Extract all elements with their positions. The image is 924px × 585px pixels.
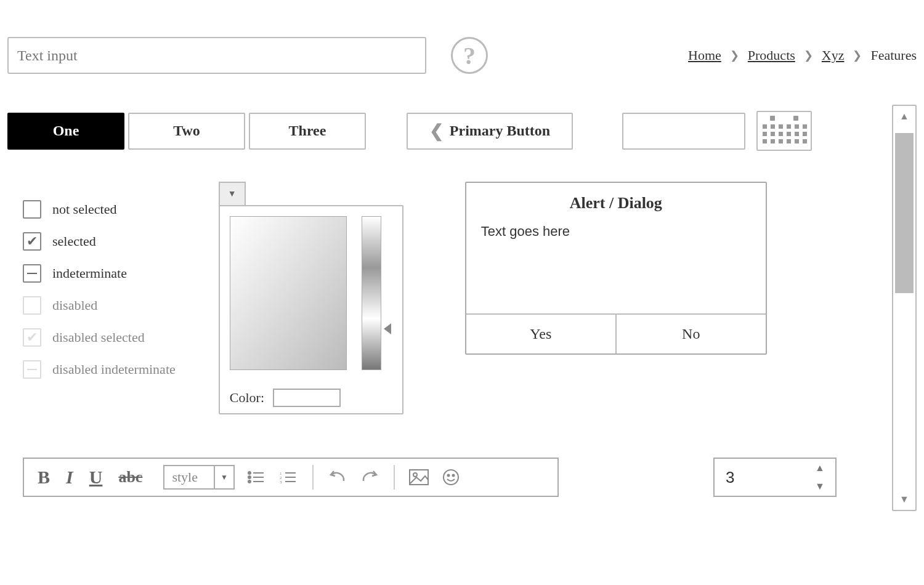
tab-three[interactable]: Three (249, 113, 366, 150)
emoji-icon[interactable] (440, 468, 461, 486)
slider-handle-icon[interactable] (384, 323, 391, 334)
italic-button[interactable]: I (63, 467, 76, 488)
toolbar-divider (394, 465, 395, 490)
numbered-list-icon[interactable]: 123 (278, 468, 299, 486)
chevron-right-icon: ❯ (730, 49, 739, 62)
checkbox-selected[interactable]: ✔ selected (23, 232, 176, 251)
vertical-scrollbar[interactable]: ▲ ▼ (892, 105, 917, 511)
calendar-icon[interactable] (756, 111, 812, 151)
color-swatch-input[interactable] (273, 389, 341, 407)
style-select-label: style (164, 469, 214, 485)
format-toolbar: B I U abc style ▼ 123 (23, 458, 559, 497)
checkbox-indeterminate-icon (23, 264, 41, 283)
date-input[interactable] (622, 113, 745, 150)
checkbox-label: disabled indeterminate (52, 361, 176, 377)
bold-button[interactable]: B (35, 467, 52, 488)
scroll-thumb[interactable] (895, 133, 914, 293)
strikethrough-button[interactable]: abc (116, 468, 145, 486)
number-stepper[interactable]: 3 ▲ ▼ (713, 458, 837, 497)
checkbox-label: selected (52, 233, 96, 249)
chevron-right-icon: ❯ (853, 49, 862, 62)
breadcrumb: Home ❯ Products ❯ Xyz ❯ Features (688, 47, 917, 63)
underline-button[interactable]: U (87, 467, 105, 488)
alert-dialog: Alert / Dialog Text goes here Yes No (465, 182, 767, 355)
svg-point-13 (413, 473, 417, 477)
svg-point-4 (248, 480, 251, 483)
yes-button[interactable]: Yes (466, 315, 617, 353)
help-icon[interactable]: ? (451, 37, 488, 74)
checkbox-disabled-selected: ✔ disabled selected (23, 328, 176, 347)
color-label: Color: (230, 390, 264, 406)
stepper-down-icon[interactable]: ▼ (804, 477, 835, 496)
stepper-value[interactable]: 3 (715, 459, 804, 496)
breadcrumb-xyz[interactable]: Xyz (822, 47, 845, 63)
text-input[interactable] (7, 37, 426, 74)
chevron-right-icon: ❯ (804, 49, 813, 62)
chevron-left-icon: ❮ (429, 121, 444, 141)
checkbox-checked-icon: ✔ (23, 328, 41, 347)
checkbox-label: disabled (52, 297, 97, 313)
tab-bar: One Two Three (7, 113, 370, 150)
checkbox-icon (23, 200, 41, 219)
primary-button-label: Primary Button (450, 123, 550, 139)
image-icon[interactable] (408, 468, 429, 486)
checkbox-icon (23, 296, 41, 315)
style-select[interactable]: style ▼ (163, 465, 235, 490)
undo-icon[interactable] (327, 468, 348, 486)
tab-one[interactable]: One (7, 113, 124, 150)
stepper-up-icon[interactable]: ▲ (804, 459, 835, 477)
chevron-down-icon: ▼ (228, 189, 237, 199)
checkbox-label: disabled selected (52, 329, 145, 345)
dialog-body: Text goes here (466, 216, 766, 313)
color-picker-hue-slider[interactable] (362, 216, 381, 370)
primary-button[interactable]: ❮ Primary Button (407, 113, 573, 150)
breadcrumb-home[interactable]: Home (688, 47, 721, 63)
breadcrumb-products[interactable]: Products (748, 47, 795, 63)
color-picker-panel: Color: (219, 205, 403, 414)
checkbox-disabled-indeterminate: disabled indeterminate (23, 360, 176, 379)
scroll-up-icon[interactable]: ▲ (893, 106, 915, 127)
color-picker: ▼ Color: (219, 182, 403, 414)
scroll-track[interactable] (893, 127, 915, 489)
checkbox-checked-icon: ✔ (23, 232, 41, 251)
checkbox-disabled: disabled (23, 296, 176, 315)
bullet-list-icon[interactable] (246, 468, 267, 486)
chevron-down-icon: ▼ (214, 466, 233, 488)
svg-point-2 (248, 476, 251, 478)
checkbox-label: indeterminate (52, 265, 127, 281)
tab-two[interactable]: Two (128, 113, 245, 150)
checkbox-not-selected[interactable]: not selected (23, 200, 176, 219)
checkbox-label: not selected (52, 201, 116, 217)
checkbox-indeterminate[interactable]: indeterminate (23, 264, 176, 283)
color-picker-toggle[interactable]: ▼ (219, 182, 246, 206)
scroll-down-icon[interactable]: ▼ (893, 489, 915, 510)
svg-point-16 (452, 475, 454, 477)
checkbox-indeterminate-icon (23, 360, 41, 379)
svg-point-0 (248, 472, 251, 474)
dialog-title: Alert / Dialog (466, 183, 766, 216)
svg-text:3: 3 (280, 480, 282, 484)
toolbar-divider (312, 465, 314, 490)
svg-point-14 (444, 470, 458, 485)
checkbox-list: not selected ✔ selected indeterminate di… (23, 200, 176, 379)
breadcrumb-current: Features (870, 47, 917, 63)
no-button[interactable]: No (617, 315, 766, 353)
svg-point-15 (447, 475, 449, 477)
redo-icon[interactable] (359, 468, 380, 486)
color-picker-saturation[interactable] (230, 216, 347, 370)
